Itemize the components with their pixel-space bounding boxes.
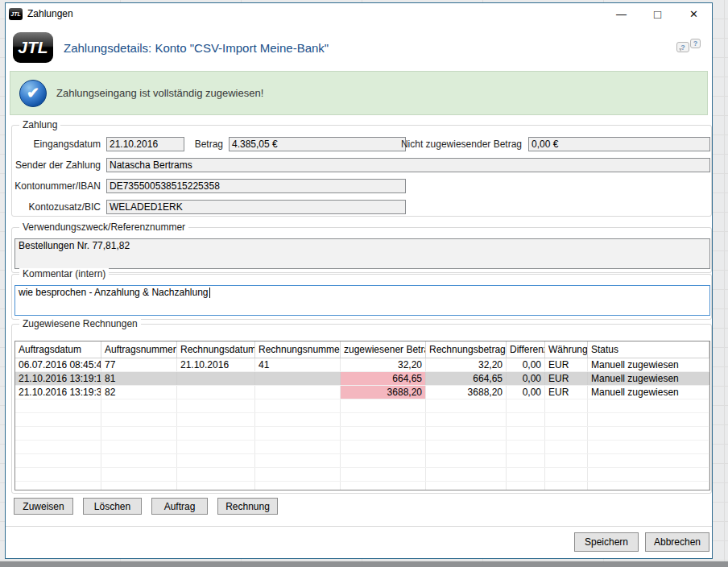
speech-bubble-icon: ? [676,42,689,52]
table-cell[interactable]: 77 [101,358,177,371]
betrag-label: Betrag [184,137,223,151]
window-title: Zahlungen [27,8,603,19]
table-cell[interactable]: EUR [545,358,588,371]
zuweisen-button[interactable]: Zuweisen [14,498,73,515]
maximize-button[interactable]: □ [639,3,676,24]
empty-cell [507,454,545,467]
empty-cell [101,399,177,412]
table-cell[interactable]: EUR [545,372,588,385]
empty-cell [177,413,255,426]
empty-cell [588,399,709,412]
table-cell[interactable]: 3688,20 [426,386,507,399]
sender-label: Sender der Zahlung [12,158,101,172]
reference-groupbox-legend: Verwendungszweck/Referenznummer [19,221,188,233]
sender-field[interactable]: Natascha Bertrams [106,158,710,172]
table-cell[interactable]: 21.10.2016 13:19:14 [15,372,101,385]
nicht-zugewiesen-label: Nicht zugewiesender Betrag [350,137,522,151]
table-cell[interactable]: 3688,20 [341,386,426,399]
payment-groupbox-legend: Zahlung [19,119,60,130]
empty-cell [507,413,545,426]
empty-cell [341,441,426,453]
invoices-groupbox-legend: Zugewiesene Rechnungen [19,318,141,329]
page-title: Zahlungsdetails: Konto "CSV-Import Meine… [64,41,675,55]
column-header[interactable]: Auftragsdatum [15,341,101,358]
minimize-button[interactable]: — [603,3,639,24]
table-cell[interactable]: Manuell zugewiesen [588,358,709,371]
help-icon[interactable]: ? ? [675,37,701,58]
table-row[interactable]: 06.07.2016 08:45:457721.10.20164132,2032… [15,358,709,372]
empty-cell [545,441,588,453]
empty-cell [101,468,177,481]
empty-cell [15,427,101,440]
empty-cell [101,413,177,426]
eingangsdatum-field[interactable]: 21.10.2016 [106,137,184,151]
table-row[interactable]: 21.10.2016 13:19:35823688,203688,200,00E… [15,386,709,399]
table-cell[interactable]: 664,65 [426,372,507,385]
table-cell[interactable]: 41 [255,358,341,371]
column-header[interactable]: Status [588,341,709,358]
comment-groupbox-legend: Kommentar (intern) [19,268,109,279]
empty-cell [101,482,177,490]
empty-cell [177,399,255,412]
table-cell[interactable] [255,386,341,399]
table-cell[interactable]: 0,00 [507,358,545,371]
text-caret [209,288,210,298]
column-header[interactable]: zugewiesener Betrag [341,341,426,358]
table-row[interactable]: 21.10.2016 13:19:1481664,65664,650,00EUR… [15,372,709,386]
empty-cell [15,441,101,453]
table-cell[interactable]: 0,00 [507,372,545,385]
empty-cell [426,454,507,467]
table-cell[interactable]: 82 [101,386,177,399]
bic-label: Kontozusatz/BIC [12,200,101,214]
column-header[interactable]: Rechnungsdatum [177,341,255,358]
empty-cell [15,399,101,412]
table-cell[interactable]: 0,00 [507,386,545,399]
table-cell[interactable]: Manuell zugewiesen [588,372,709,385]
column-header[interactable]: Differenz [507,341,545,358]
empty-cell [588,427,709,440]
empty-cell [177,482,255,490]
table-cell[interactable] [177,386,255,399]
table-cell[interactable]: 81 [101,372,177,385]
table-cell[interactable]: 21.10.2016 [177,358,255,371]
reference-textbox[interactable]: Bestellungen Nr. 77,81,82 [14,238,710,269]
auftrag-button[interactable]: Auftrag [151,498,208,515]
speichern-button[interactable]: Speichern [574,532,639,552]
empty-cell [545,413,588,426]
bic-field[interactable]: WELADED1ERK [106,200,406,214]
table-cell[interactable]: 32,20 [426,358,507,371]
column-header[interactable]: Auftragsnummer [101,341,177,358]
column-header[interactable]: Währung [545,341,588,358]
empty-cell [588,468,709,481]
footer-divider [6,526,712,527]
table-cell[interactable] [255,372,341,385]
table-cell[interactable]: 32,20 [341,358,426,371]
comment-input[interactable]: wie besprochen - Anzahlung & Nachzahlung [14,285,710,316]
empty-cell [545,399,588,412]
empty-cell [507,441,545,453]
check-circle-icon: ✔ [19,80,47,107]
empty-cell [341,413,426,426]
empty-cell [15,482,101,490]
table-cell[interactable]: Manuell zugewiesen [588,386,709,399]
loeschen-button[interactable]: Löschen [83,498,142,515]
table-cell[interactable]: 21.10.2016 13:19:35 [15,386,101,399]
background-taskbar-strip [0,561,728,567]
column-header[interactable]: Rechnungsnummer [255,341,341,358]
jtl-logo: JTL [13,32,53,63]
empty-cell [255,427,341,440]
nicht-zugewiesen-field[interactable]: 0,00 € [528,137,710,151]
empty-row [15,413,709,427]
close-button[interactable]: ✕ [676,3,712,24]
eingangsdatum-label: Eingangsdatum [12,137,101,151]
column-header[interactable]: Rechnungsbetrag [426,341,507,358]
table-cell[interactable]: 06.07.2016 08:45:45 [15,358,101,371]
header: JTL Zahlungsdetails: Konto "CSV-Import M… [6,24,712,71]
table-cell[interactable]: 664,65 [341,372,426,385]
abbrechen-button[interactable]: Abbrechen [645,532,709,552]
iban-field[interactable]: DE735500538515225358 [106,179,406,193]
empty-cell [507,399,545,412]
rechnung-button[interactable]: Rechnung [217,498,278,515]
table-cell[interactable]: EUR [545,386,588,399]
table-cell[interactable] [177,372,255,385]
